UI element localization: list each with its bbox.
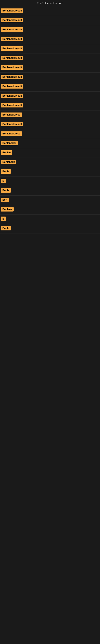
result-row-14: Bottleneck resu xyxy=(0,130,100,139)
bottleneck-badge-24[interactable]: Bottle xyxy=(1,226,11,230)
bottleneck-badge-5[interactable]: Bottleneck result xyxy=(1,46,23,51)
result-row-8: Bottleneck result xyxy=(0,73,100,82)
result-row-9: Bottleneck result xyxy=(0,82,100,92)
result-row-15: Bottleneck r xyxy=(0,139,100,148)
site-title: TheBottlenecker.com xyxy=(0,0,100,6)
result-row-11: Bottleneck result xyxy=(0,101,100,110)
result-row-6: Bottleneck result xyxy=(0,54,100,63)
result-row-22: Bottlens xyxy=(0,205,100,214)
bottleneck-badge-11[interactable]: Bottleneck result xyxy=(1,103,23,108)
bottleneck-badge-4[interactable]: Bottleneck result xyxy=(1,37,23,41)
result-row-3: Bottleneck result xyxy=(0,25,100,35)
bottleneck-badge-20[interactable]: Bottle xyxy=(1,188,11,192)
results-list: Bottleneck resultBottleneck resultBottle… xyxy=(0,6,100,234)
result-row-10: Bottleneck result xyxy=(0,92,100,101)
bottleneck-badge-3[interactable]: Bottleneck result xyxy=(1,27,23,32)
bottleneck-badge-6[interactable]: Bottleneck result xyxy=(1,56,23,60)
result-row-17: Bottleneck xyxy=(0,158,100,167)
bottleneck-badge-7[interactable]: Bottleneck result xyxy=(1,65,23,70)
bottleneck-badge-17[interactable]: Bottleneck xyxy=(1,160,16,164)
result-row-1: Bottleneck result xyxy=(0,6,100,16)
result-row-13: Bottleneck result xyxy=(0,120,100,130)
result-row-4: Bottleneck result xyxy=(0,35,100,44)
result-row-18: Bottle xyxy=(0,167,100,177)
result-row-21: Bott xyxy=(0,196,100,205)
bottleneck-badge-15[interactable]: Bottleneck r xyxy=(1,141,18,145)
result-row-20: Bottle xyxy=(0,186,100,196)
bottleneck-badge-22[interactable]: Bottlens xyxy=(1,207,14,212)
bottleneck-badge-14[interactable]: Bottleneck resu xyxy=(1,132,22,136)
bottleneck-badge-19[interactable]: B xyxy=(1,179,6,183)
bottleneck-badge-21[interactable]: Bott xyxy=(1,198,9,202)
bottleneck-badge-10[interactable]: Bottleneck result xyxy=(1,94,23,98)
bottleneck-badge-16[interactable]: Bottlen xyxy=(1,150,12,155)
bottleneck-badge-1[interactable]: Bottleneck result xyxy=(1,8,23,13)
result-row-5: Bottleneck result xyxy=(0,44,100,54)
bottleneck-badge-9[interactable]: Bottleneck result xyxy=(1,84,23,88)
result-row-12: Bottleneck resu xyxy=(0,110,100,120)
bottleneck-badge-23[interactable]: B xyxy=(1,216,6,221)
result-row-19: B xyxy=(0,177,100,186)
bottleneck-badge-8[interactable]: Bottleneck result xyxy=(1,75,23,79)
result-row-16: Bottlen xyxy=(0,148,100,158)
result-row-23: B xyxy=(0,214,100,224)
result-row-24: Bottle xyxy=(0,224,100,234)
result-row-7: Bottleneck result xyxy=(0,63,100,73)
result-row-2: Bottleneck result xyxy=(0,16,100,25)
bottleneck-badge-2[interactable]: Bottleneck result xyxy=(1,18,23,22)
bottleneck-badge-12[interactable]: Bottleneck resu xyxy=(1,112,22,117)
bottleneck-badge-13[interactable]: Bottleneck result xyxy=(1,122,23,126)
bottleneck-badge-18[interactable]: Bottle xyxy=(1,169,11,174)
site-header: TheBottlenecker.com xyxy=(0,0,100,6)
